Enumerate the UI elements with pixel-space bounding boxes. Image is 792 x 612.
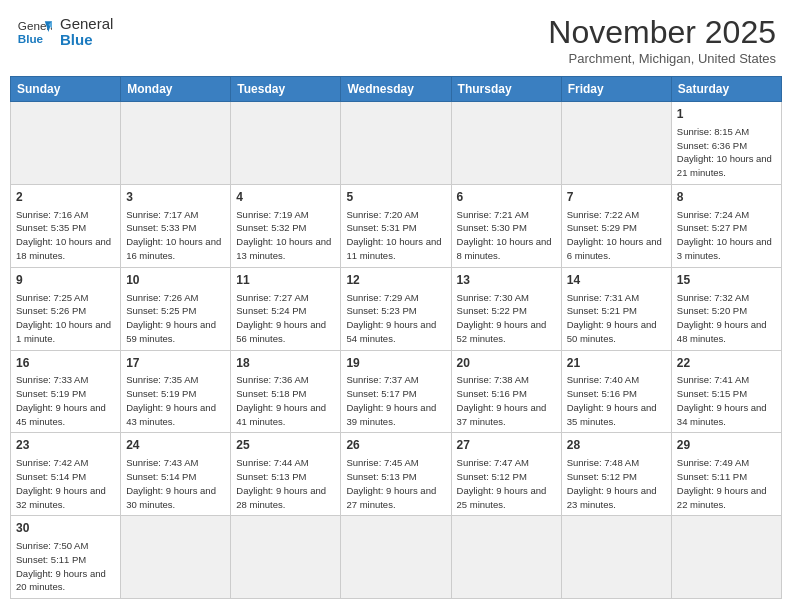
calendar-week-6: 30Sunrise: 7:50 AM Sunset: 5:11 PM Dayli… — [11, 516, 782, 599]
day-number: 7 — [567, 189, 666, 206]
day-info: Sunrise: 7:17 AM Sunset: 5:33 PM Dayligh… — [126, 208, 225, 263]
day-info: Sunrise: 7:49 AM Sunset: 5:11 PM Dayligh… — [677, 456, 776, 511]
day-info: Sunrise: 7:25 AM Sunset: 5:26 PM Dayligh… — [16, 291, 115, 346]
day-info: Sunrise: 7:31 AM Sunset: 5:21 PM Dayligh… — [567, 291, 666, 346]
weekday-header-thursday: Thursday — [451, 77, 561, 102]
day-number: 26 — [346, 437, 445, 454]
calendar-cell: 6Sunrise: 7:21 AM Sunset: 5:30 PM Daylig… — [451, 184, 561, 267]
calendar-cell: 14Sunrise: 7:31 AM Sunset: 5:21 PM Dayli… — [561, 267, 671, 350]
day-info: Sunrise: 7:32 AM Sunset: 5:20 PM Dayligh… — [677, 291, 776, 346]
day-info: Sunrise: 7:37 AM Sunset: 5:17 PM Dayligh… — [346, 373, 445, 428]
day-number: 22 — [677, 355, 776, 372]
day-info: Sunrise: 7:19 AM Sunset: 5:32 PM Dayligh… — [236, 208, 335, 263]
calendar-week-5: 23Sunrise: 7:42 AM Sunset: 5:14 PM Dayli… — [11, 433, 782, 516]
day-number: 6 — [457, 189, 556, 206]
day-number: 27 — [457, 437, 556, 454]
calendar-cell: 23Sunrise: 7:42 AM Sunset: 5:14 PM Dayli… — [11, 433, 121, 516]
day-number: 1 — [677, 106, 776, 123]
calendar-cell — [11, 102, 121, 185]
calendar-cell: 5Sunrise: 7:20 AM Sunset: 5:31 PM Daylig… — [341, 184, 451, 267]
day-number: 4 — [236, 189, 335, 206]
day-number: 8 — [677, 189, 776, 206]
calendar-table: SundayMondayTuesdayWednesdayThursdayFrid… — [10, 76, 782, 599]
logo-icon: General Blue — [16, 14, 52, 50]
calendar-cell: 22Sunrise: 7:41 AM Sunset: 5:15 PM Dayli… — [671, 350, 781, 433]
title-block: November 2025 Parchment, Michigan, Unite… — [548, 14, 776, 66]
day-info: Sunrise: 7:26 AM Sunset: 5:25 PM Dayligh… — [126, 291, 225, 346]
day-info: Sunrise: 7:43 AM Sunset: 5:14 PM Dayligh… — [126, 456, 225, 511]
day-info: Sunrise: 7:21 AM Sunset: 5:30 PM Dayligh… — [457, 208, 556, 263]
calendar-cell: 10Sunrise: 7:26 AM Sunset: 5:25 PM Dayli… — [121, 267, 231, 350]
svg-text:Blue: Blue — [18, 32, 44, 45]
weekday-header-friday: Friday — [561, 77, 671, 102]
day-info: Sunrise: 7:33 AM Sunset: 5:19 PM Dayligh… — [16, 373, 115, 428]
weekday-header-monday: Monday — [121, 77, 231, 102]
calendar-cell: 16Sunrise: 7:33 AM Sunset: 5:19 PM Dayli… — [11, 350, 121, 433]
calendar-cell: 18Sunrise: 7:36 AM Sunset: 5:18 PM Dayli… — [231, 350, 341, 433]
calendar-cell: 8Sunrise: 7:24 AM Sunset: 5:27 PM Daylig… — [671, 184, 781, 267]
day-info: Sunrise: 7:45 AM Sunset: 5:13 PM Dayligh… — [346, 456, 445, 511]
day-number: 13 — [457, 272, 556, 289]
weekday-header-wednesday: Wednesday — [341, 77, 451, 102]
weekday-header-tuesday: Tuesday — [231, 77, 341, 102]
day-number: 11 — [236, 272, 335, 289]
calendar-cell: 21Sunrise: 7:40 AM Sunset: 5:16 PM Dayli… — [561, 350, 671, 433]
month-title: November 2025 — [548, 14, 776, 51]
day-number: 10 — [126, 272, 225, 289]
day-number: 18 — [236, 355, 335, 372]
day-number: 12 — [346, 272, 445, 289]
calendar-cell — [121, 102, 231, 185]
calendar-cell: 3Sunrise: 7:17 AM Sunset: 5:33 PM Daylig… — [121, 184, 231, 267]
day-number: 21 — [567, 355, 666, 372]
calendar-cell: 2Sunrise: 7:16 AM Sunset: 5:35 PM Daylig… — [11, 184, 121, 267]
day-info: Sunrise: 7:29 AM Sunset: 5:23 PM Dayligh… — [346, 291, 445, 346]
day-number: 17 — [126, 355, 225, 372]
calendar-cell — [451, 102, 561, 185]
logo: General Blue General Blue — [16, 14, 113, 50]
day-info: Sunrise: 7:50 AM Sunset: 5:11 PM Dayligh… — [16, 539, 115, 594]
weekday-header-saturday: Saturday — [671, 77, 781, 102]
day-number: 19 — [346, 355, 445, 372]
day-number: 24 — [126, 437, 225, 454]
calendar-cell: 24Sunrise: 7:43 AM Sunset: 5:14 PM Dayli… — [121, 433, 231, 516]
day-number: 15 — [677, 272, 776, 289]
calendar-cell — [121, 516, 231, 599]
day-number: 20 — [457, 355, 556, 372]
day-info: Sunrise: 8:15 AM Sunset: 6:36 PM Dayligh… — [677, 125, 776, 180]
calendar-cell — [671, 516, 781, 599]
day-info: Sunrise: 7:20 AM Sunset: 5:31 PM Dayligh… — [346, 208, 445, 263]
weekday-header-row: SundayMondayTuesdayWednesdayThursdayFrid… — [11, 77, 782, 102]
day-number: 14 — [567, 272, 666, 289]
day-info: Sunrise: 7:35 AM Sunset: 5:19 PM Dayligh… — [126, 373, 225, 428]
calendar-cell: 13Sunrise: 7:30 AM Sunset: 5:22 PM Dayli… — [451, 267, 561, 350]
calendar-cell: 29Sunrise: 7:49 AM Sunset: 5:11 PM Dayli… — [671, 433, 781, 516]
day-number: 23 — [16, 437, 115, 454]
calendar-cell: 28Sunrise: 7:48 AM Sunset: 5:12 PM Dayli… — [561, 433, 671, 516]
calendar-cell: 9Sunrise: 7:25 AM Sunset: 5:26 PM Daylig… — [11, 267, 121, 350]
calendar-cell: 20Sunrise: 7:38 AM Sunset: 5:16 PM Dayli… — [451, 350, 561, 433]
calendar-cell: 25Sunrise: 7:44 AM Sunset: 5:13 PM Dayli… — [231, 433, 341, 516]
calendar-cell: 17Sunrise: 7:35 AM Sunset: 5:19 PM Dayli… — [121, 350, 231, 433]
day-info: Sunrise: 7:41 AM Sunset: 5:15 PM Dayligh… — [677, 373, 776, 428]
location: Parchment, Michigan, United States — [548, 51, 776, 66]
calendar-cell: 12Sunrise: 7:29 AM Sunset: 5:23 PM Dayli… — [341, 267, 451, 350]
calendar-week-2: 2Sunrise: 7:16 AM Sunset: 5:35 PM Daylig… — [11, 184, 782, 267]
day-number: 2 — [16, 189, 115, 206]
calendar-cell — [231, 516, 341, 599]
calendar-week-1: 1Sunrise: 8:15 AM Sunset: 6:36 PM Daylig… — [11, 102, 782, 185]
day-info: Sunrise: 7:42 AM Sunset: 5:14 PM Dayligh… — [16, 456, 115, 511]
logo-general: General — [60, 16, 113, 33]
day-number: 25 — [236, 437, 335, 454]
calendar-cell: 27Sunrise: 7:47 AM Sunset: 5:12 PM Dayli… — [451, 433, 561, 516]
weekday-header-sunday: Sunday — [11, 77, 121, 102]
calendar-cell: 1Sunrise: 8:15 AM Sunset: 6:36 PM Daylig… — [671, 102, 781, 185]
calendar-cell: 15Sunrise: 7:32 AM Sunset: 5:20 PM Dayli… — [671, 267, 781, 350]
logo-blue: Blue — [60, 32, 113, 49]
day-number: 5 — [346, 189, 445, 206]
day-number: 16 — [16, 355, 115, 372]
day-info: Sunrise: 7:16 AM Sunset: 5:35 PM Dayligh… — [16, 208, 115, 263]
day-number: 30 — [16, 520, 115, 537]
page-header: General Blue General Blue November 2025 … — [10, 10, 782, 70]
calendar-cell: 30Sunrise: 7:50 AM Sunset: 5:11 PM Dayli… — [11, 516, 121, 599]
day-info: Sunrise: 7:44 AM Sunset: 5:13 PM Dayligh… — [236, 456, 335, 511]
